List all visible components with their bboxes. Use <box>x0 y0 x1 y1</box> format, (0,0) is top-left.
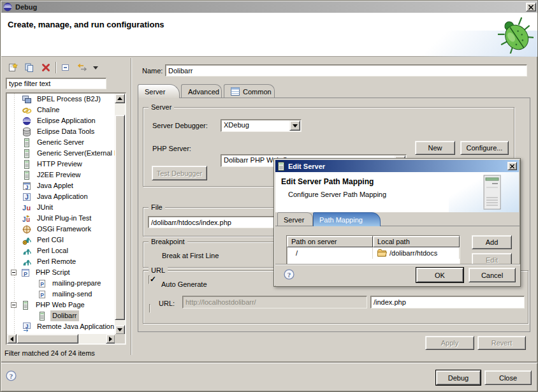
svg-text:J: J <box>22 204 26 212</box>
server-icon <box>20 300 31 310</box>
local-path-cell: /dolibarr/htdocs <box>373 247 460 259</box>
tree-item-perl-cgi[interactable]: Perl CGI <box>7 235 115 245</box>
tree-item-eclipse-application[interactable]: Eclipse Application <box>7 115 115 126</box>
cancel-button[interactable]: Cancel <box>469 268 516 282</box>
tree-item-remote-java-application[interactable]: JRemote Java Application <box>7 321 115 332</box>
column-local-path[interactable]: Local path <box>373 236 460 247</box>
tree-item-osgi-framework[interactable]: OSGi Framework <box>7 224 115 235</box>
tree-item-php-script[interactable]: PPHP Script <box>7 267 115 278</box>
window-close-button[interactable] <box>526 3 536 11</box>
duplicate-icon[interactable] <box>22 61 36 74</box>
tab-advanced[interactable]: Advanced <box>181 84 222 98</box>
panel-sash[interactable] <box>131 58 131 355</box>
php-file-icon: P <box>37 289 47 300</box>
url-label: URL: <box>159 300 175 307</box>
scroll-up-icon[interactable] <box>115 94 125 103</box>
server-icon <box>22 170 32 180</box>
window-titlebar[interactable]: Debug <box>1 1 538 13</box>
help-icon[interactable]: ? <box>6 370 17 382</box>
footer-separator <box>1 361 538 363</box>
remote-java-icon: J <box>22 322 32 332</box>
perl-icon <box>22 246 32 256</box>
tree-item-mailing-prepare[interactable]: Pmailing-prepare <box>7 278 115 289</box>
tree-item-generic-server[interactable]: Generic Server <box>7 137 115 148</box>
apply-button[interactable]: Apply <box>425 336 474 350</box>
scroll-down-icon[interactable] <box>115 325 125 335</box>
filter-icon[interactable] <box>75 61 89 74</box>
tree-item-generic-server-external-la[interactable]: Generic Server(External La <box>7 148 115 159</box>
close-button[interactable]: Close <box>484 370 532 385</box>
tree-item-http-preview[interactable]: HTTP Preview <box>7 159 115 170</box>
auto-generate-checkbox[interactable] <box>149 304 150 313</box>
server-icon <box>22 138 32 148</box>
server-icon <box>277 162 285 171</box>
configure-server-button[interactable]: Configure... <box>460 141 509 155</box>
tree-item-dolibarr[interactable]: Dolibarr <box>7 310 115 321</box>
svg-text:J: J <box>25 194 29 201</box>
server-debugger-select[interactable]: XDebug <box>221 119 302 132</box>
filter-menu-arrow-icon[interactable] <box>92 61 99 74</box>
mapping-row[interactable]: //dolibarr/htdocs <box>287 247 460 259</box>
tree-horizontal-scrollbar[interactable] <box>7 334 115 344</box>
collapse-minus-icon[interactable] <box>11 302 17 308</box>
junit-plugin-icon: Ju <box>22 214 32 224</box>
tree-item-java-applet[interactable]: JJava Applet <box>7 180 115 191</box>
name-label: Name: <box>142 67 163 75</box>
tree-item-perl-remote[interactable]: Perl Remote <box>7 256 115 267</box>
new-configuration-icon[interactable] <box>6 61 20 74</box>
add-mapping-button[interactable]: Add <box>472 235 512 249</box>
tree-item-java-application[interactable]: JJava Application <box>7 191 115 202</box>
dialog-tab-server[interactable]: Server <box>277 212 313 226</box>
ok-button[interactable]: OK <box>416 268 463 282</box>
dialog-close-icon[interactable] <box>507 162 517 170</box>
edit-server-titlebar[interactable]: Edit Server <box>275 160 519 172</box>
svg-text:J: J <box>22 216 26 223</box>
filter-status: Filter matched 24 of 24 items <box>4 349 95 357</box>
tree-item-bpel-process-b2j[interactable]: BPEL Process (B2J) <box>7 94 115 105</box>
test-debugger-button[interactable]: Test Debugger <box>152 166 207 180</box>
name-input[interactable]: Dolibarr <box>165 64 527 76</box>
url-path-input[interactable]: /index.php <box>370 296 525 309</box>
eclipse-logo-icon <box>3 3 12 11</box>
server-icon <box>22 149 32 159</box>
path-mapping-table[interactable]: Path on server Local path //dolibarr/htd… <box>286 235 460 265</box>
tree-item-junit[interactable]: JuJUnit <box>7 202 115 213</box>
tree-item-perl-local[interactable]: Perl Local <box>7 245 115 256</box>
scroll-right-icon[interactable] <box>106 334 115 344</box>
vertical-scroll-thumb[interactable] <box>115 115 125 320</box>
eclipse-sphere-icon <box>22 116 32 126</box>
dialog-header-banner: Create, manage, and run configurations <box>1 13 538 57</box>
tree-item-junit-plug-in-test[interactable]: JuJUnit Plug-in Test <box>7 213 115 224</box>
tree-item-eclipse-data-tools[interactable]: Eclipse Data Tools <box>7 126 115 137</box>
tree-item-j2ee-preview[interactable]: J2EE Preview <box>7 170 115 180</box>
filter-input[interactable]: type filter text <box>6 78 106 89</box>
revert-button[interactable]: Revert <box>477 336 526 350</box>
bpel-process-icon <box>22 94 32 105</box>
column-path-on-server[interactable]: Path on server <box>287 236 373 247</box>
collapse-minus-icon[interactable] <box>11 270 17 275</box>
tree-item-cha-ne[interactable]: Chaîne <box>7 105 115 115</box>
break-first-line-label: Break at First Line <box>162 252 219 259</box>
collapse-all-icon[interactable] <box>59 61 73 74</box>
scroll-left-icon[interactable] <box>7 334 17 344</box>
dialog-tab-path-mapping[interactable]: Path Mapping <box>313 212 381 226</box>
tree-item-php-web-page[interactable]: PHP Web Page <box>7 300 115 310</box>
scrollbar-corner <box>115 334 125 344</box>
table-body: //dolibarr/htdocs <box>287 247 460 259</box>
svg-text:P: P <box>40 291 44 298</box>
perl-cgi-icon <box>22 235 32 245</box>
tree-vertical-scrollbar[interactable] <box>115 94 125 335</box>
tab-common[interactable]: Common <box>224 84 275 98</box>
debug-button[interactable]: Debug <box>436 370 481 385</box>
tree-item-mailing-send[interactable]: Pmailing-send <box>7 289 115 300</box>
delete-icon[interactable] <box>39 61 53 74</box>
tab-server[interactable]: Server <box>138 84 180 98</box>
svg-text:?: ? <box>10 372 13 380</box>
horizontal-scroll-thumb[interactable] <box>17 334 78 344</box>
new-server-button[interactable]: New <box>415 141 455 155</box>
configurations-toolbar <box>6 61 99 74</box>
dialog-help-icon[interactable]: ? <box>284 269 294 281</box>
chevron-down-icon[interactable] <box>289 120 300 131</box>
dialog-tab-divider <box>275 226 520 226</box>
url-base-input[interactable]: http://localhostdolibarr/ <box>182 296 367 309</box>
